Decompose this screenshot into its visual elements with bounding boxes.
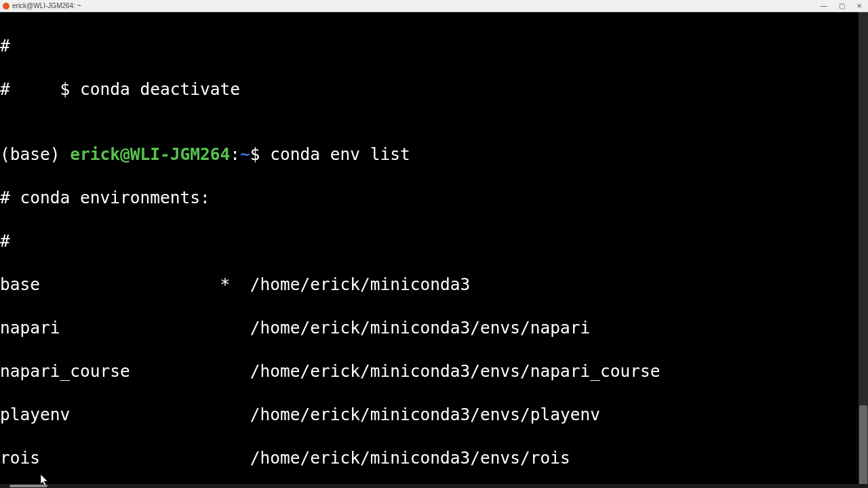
scrollbar-thumb[interactable] <box>859 405 867 487</box>
output-line: # <box>0 35 868 57</box>
close-button[interactable]: ✕ <box>850 0 868 12</box>
vertical-scrollbar[interactable] <box>859 12 868 488</box>
prompt-line: (base) erick@WLI-JGM264:~$ conda env lis… <box>0 144 868 165</box>
env-row: playenv /home/erick/miniconda3/envs/play… <box>0 404 868 426</box>
scrollbar-thumb[interactable] <box>9 485 47 487</box>
command-text: conda env list <box>270 144 410 164</box>
output-line: # conda environments: <box>0 187 868 209</box>
output-line: # $ conda deactivate <box>0 79 868 100</box>
minimize-button[interactable]: — <box>815 0 833 12</box>
app-icon <box>3 3 9 9</box>
env-row: napari_course /home/erick/miniconda3/env… <box>0 361 868 382</box>
window-titlebar: erick@WLI-JGM264: ~ — ▢ ✕ <box>0 0 868 12</box>
output-line: # <box>0 230 868 252</box>
env-row: base * /home/erick/miniconda3 <box>0 274 868 296</box>
maximize-button[interactable]: ▢ <box>833 0 850 12</box>
terminal-viewport[interactable]: # # $ conda deactivate (base) erick@WLI-… <box>0 12 868 488</box>
env-row: napari /home/erick/miniconda3/envs/napar… <box>0 317 868 339</box>
env-row: rois /home/erick/miniconda3/envs/rois <box>0 447 868 469</box>
horizontal-scrollbar[interactable] <box>0 484 868 488</box>
window-title: erick@WLI-JGM264: ~ <box>12 2 81 9</box>
